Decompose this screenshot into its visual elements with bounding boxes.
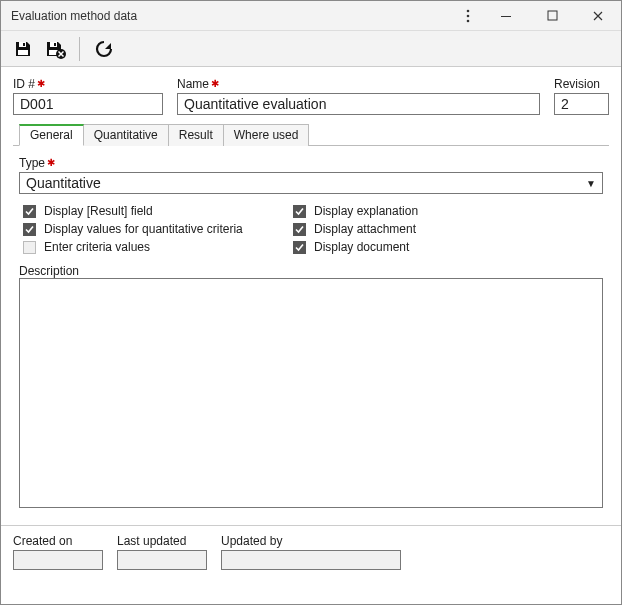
svg-rect-9 (54, 43, 56, 46)
svg-rect-7 (18, 50, 28, 55)
updated-by-input (221, 550, 401, 570)
created-on-label: Created on (13, 534, 103, 548)
checkbox-display-attachment[interactable]: Display attachment (293, 222, 603, 236)
minimize-button[interactable] (483, 1, 529, 31)
checkbox-enter-criteria-values[interactable]: Enter criteria values (23, 240, 273, 254)
name-field-group: Name ✱ (177, 77, 540, 115)
header-fields-row: ID # ✱ Name ✱ Revision (13, 77, 609, 115)
options-grid: Display [Result] field Display explanati… (19, 204, 603, 254)
created-on-field-group: Created on (13, 534, 103, 570)
chevron-down-icon: ▼ (586, 178, 596, 189)
last-updated-field-group: Last updated (117, 534, 207, 570)
tab-quantitative[interactable]: Quantitative (83, 124, 169, 146)
maximize-button[interactable] (529, 1, 575, 31)
svg-rect-6 (23, 43, 25, 46)
id-label-row: ID # ✱ (13, 77, 163, 91)
toolbar (1, 31, 621, 67)
checkbox-label: Display explanation (314, 204, 418, 218)
check-icon (293, 223, 306, 236)
type-label: Type (19, 156, 45, 170)
refresh-button[interactable] (90, 35, 118, 63)
last-updated-label: Last updated (117, 534, 207, 548)
svg-rect-4 (548, 11, 557, 20)
svg-point-0 (467, 9, 470, 12)
check-icon (23, 223, 36, 236)
revision-field-group: Revision (554, 77, 609, 115)
name-label-row: Name ✱ (177, 77, 540, 91)
updated-by-field-group: Updated by (221, 534, 401, 570)
checkbox-display-result-field[interactable]: Display [Result] field (23, 204, 273, 218)
updated-by-label: Updated by (221, 534, 401, 548)
content-area: ID # ✱ Name ✱ Revision General Quantitat… (1, 67, 621, 525)
check-icon (23, 205, 36, 218)
checkbox-label: Display document (314, 240, 409, 254)
checkbox-label: Display values for quantitative criteria (44, 222, 243, 236)
checkbox-label: Display [Result] field (44, 204, 153, 218)
revision-label: Revision (554, 77, 609, 91)
refresh-icon (94, 39, 114, 59)
checkbox-label: Enter criteria values (44, 240, 150, 254)
name-input[interactable] (177, 93, 540, 115)
name-label: Name (177, 77, 209, 91)
check-icon (23, 241, 36, 254)
checkbox-display-explanation[interactable]: Display explanation (293, 204, 603, 218)
more-button[interactable] (453, 1, 483, 31)
check-icon (293, 241, 306, 254)
tab-where-used[interactable]: Where used (223, 124, 310, 146)
footer: Created on Last updated Updated by (1, 525, 621, 578)
required-icon: ✱ (37, 79, 45, 89)
window-titlebar: Evaluation method data (1, 1, 621, 31)
save-icon (13, 39, 33, 59)
last-updated-input (117, 550, 207, 570)
checkbox-display-document[interactable]: Display document (293, 240, 603, 254)
tab-general[interactable]: General (19, 124, 84, 146)
type-select-value: Quantitative (26, 175, 101, 191)
id-input[interactable] (13, 93, 163, 115)
tab-body-general: Type ✱ Quantitative ▼ Display [Result] f… (13, 146, 609, 517)
window-title: Evaluation method data (11, 9, 137, 23)
tab-result[interactable]: Result (168, 124, 224, 146)
description-textarea[interactable] (19, 278, 603, 508)
close-button[interactable] (575, 1, 621, 31)
svg-rect-3 (501, 16, 511, 17)
save-button[interactable] (9, 35, 37, 63)
check-icon (293, 205, 306, 218)
checkbox-display-values-quantitative[interactable]: Display values for quantitative criteria (23, 222, 273, 236)
tab-strip: General Quantitative Result Where used (13, 123, 609, 146)
description-label: Description (19, 264, 603, 278)
required-icon: ✱ (211, 79, 219, 89)
toolbar-separator (79, 37, 80, 61)
type-select[interactable]: Quantitative ▼ (19, 172, 603, 194)
id-field-group: ID # ✱ (13, 77, 163, 115)
id-label: ID # (13, 77, 35, 91)
created-on-input (13, 550, 103, 570)
svg-point-2 (467, 19, 470, 22)
required-icon: ✱ (47, 158, 55, 168)
type-label-row: Type ✱ (19, 156, 603, 170)
checkbox-label: Display attachment (314, 222, 416, 236)
svg-point-1 (467, 14, 470, 17)
save-discard-button[interactable] (41, 35, 69, 63)
revision-input[interactable] (554, 93, 609, 115)
save-discard-icon (44, 39, 66, 59)
